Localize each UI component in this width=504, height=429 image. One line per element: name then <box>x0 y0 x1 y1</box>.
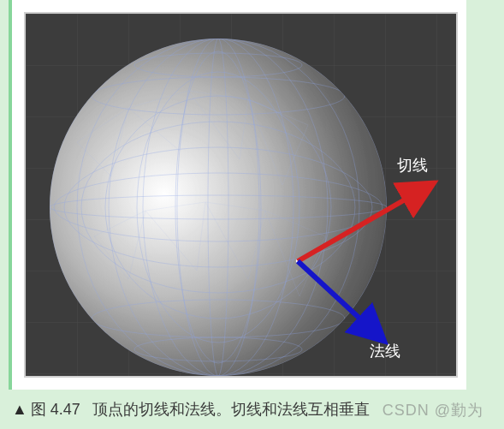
caption-marker: ▲ <box>12 401 27 419</box>
figure-card: 切线 法线 <box>9 0 466 390</box>
viewport-3d: 切线 法线 <box>24 12 458 378</box>
tangent-label: 切线 <box>397 157 428 174</box>
caption-number: 图 4.47 <box>31 399 80 420</box>
scene-svg: 切线 法线 <box>26 14 458 378</box>
figure-caption: ▲ 图 4.47 顶点的切线和法线。切线和法线互相垂直 <box>12 399 491 420</box>
caption-text: 顶点的切线和法线。切线和法线互相垂直 <box>92 399 370 420</box>
normal-label: 法线 <box>370 343 400 360</box>
